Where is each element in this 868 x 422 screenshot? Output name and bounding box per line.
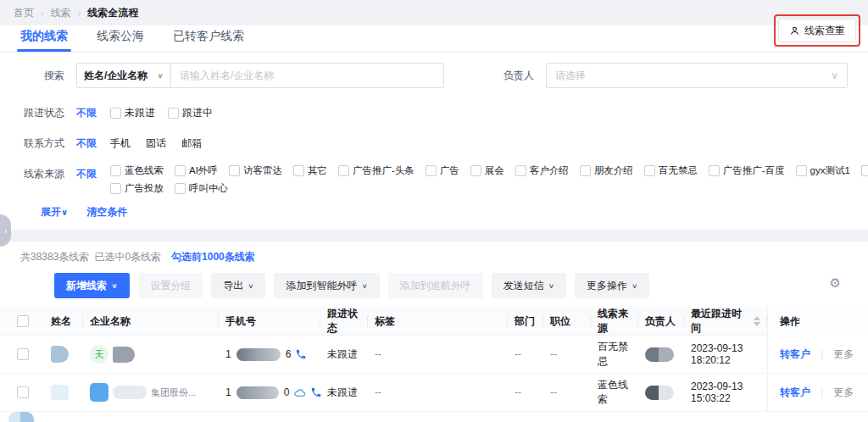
contact-option-mobile[interactable]: 手机 — [110, 134, 131, 153]
add-to-smart-call-button[interactable]: 添加到智能外呼∨ — [274, 273, 379, 298]
phone-call-icon[interactable] — [295, 348, 307, 360]
checkbox[interactable] — [168, 108, 179, 119]
source-option[interactable]: 广告投放 — [110, 182, 164, 195]
set-group-button[interactable]: 设置分组 — [138, 273, 203, 298]
follow-status-option-following[interactable]: 跟进中 — [168, 103, 213, 122]
follow-status-all-option[interactable]: 不限 — [76, 103, 97, 122]
source-option[interactable]: 访客雷达 — [229, 164, 282, 177]
source-option[interactable]: 呼叫中心 — [175, 182, 228, 195]
checkbox[interactable] — [110, 165, 121, 176]
checkbox[interactable] — [110, 108, 121, 119]
source-option[interactable]: 蓝色线索 — [110, 164, 164, 177]
source-option[interactable]: AI外呼 — [175, 164, 218, 177]
tag-cell: -- — [368, 386, 508, 398]
add-to-cruise-call-button[interactable]: 添加到巡航外呼 — [388, 273, 483, 298]
checkbox[interactable] — [229, 165, 240, 176]
checkbox[interactable] — [110, 183, 121, 194]
table-row[interactable]: 天 1 6 未跟进 -- -- -- 百无禁忌 2023-09-13 18:20… — [0, 336, 868, 374]
search-type-value: 姓名/企业名称 — [84, 69, 147, 83]
checkbox[interactable] — [709, 165, 720, 176]
convert-customer-link[interactable]: 转客户 — [780, 347, 810, 362]
checkbox[interactable] — [796, 165, 807, 176]
col-header-actions: 操作 — [767, 307, 868, 336]
censored-name — [51, 346, 69, 363]
censored-owner — [645, 347, 674, 362]
clear-filters-link[interactable]: 清空条件 — [86, 205, 127, 219]
search-type-select[interactable]: 姓名/企业名称 ∨ — [76, 63, 171, 88]
lead-source-all-option[interactable]: 不限 — [76, 164, 97, 183]
expand-toggle[interactable]: 展开∨ — [41, 205, 68, 219]
censored-name — [51, 385, 69, 400]
tab-my-leads[interactable]: 我的线索 — [20, 29, 68, 52]
source-cell: 蓝色线索 — [591, 378, 638, 407]
checkbox[interactable] — [515, 165, 526, 176]
stats-bar: 共38383条线索 已选中0条线索 勾选前1000条线索 — [0, 242, 868, 271]
contact-option-email[interactable]: 邮箱 — [181, 134, 202, 153]
breadcrumb: 首页 › 线索 › 线索全流程 — [0, 0, 868, 25]
breadcrumb-home[interactable]: 首页 — [14, 6, 34, 20]
contact-option-landline[interactable]: 固话 — [146, 134, 166, 153]
tab-converted-leads[interactable]: 已转客户线索 — [173, 29, 244, 52]
checkbox[interactable] — [426, 165, 437, 176]
source-option[interactable]: 其它 — [293, 164, 327, 177]
sort-icon[interactable] — [754, 316, 760, 326]
checkbox[interactable] — [644, 165, 655, 176]
owner-select-placeholder: 请选择 — [555, 69, 586, 83]
send-sms-button[interactable]: 发送短信∨ — [492, 273, 566, 298]
source-option[interactable]: gyx测试1 — [796, 164, 850, 177]
col-header-title: 职位 — [543, 314, 591, 329]
cloud-call-icon[interactable] — [293, 386, 306, 399]
tab-public-leads[interactable]: 线索公海 — [97, 29, 144, 52]
source-option[interactable]: 广告 — [426, 164, 459, 177]
search-input[interactable] — [171, 63, 444, 88]
lead-source-label: 线索来源 — [20, 164, 64, 183]
source-option[interactable]: 展会 — [470, 164, 504, 177]
add-lead-button[interactable]: 新增线索∨ — [54, 273, 130, 298]
select-all-checkbox[interactable] — [17, 315, 29, 327]
checkbox[interactable] — [580, 165, 591, 176]
col-header-dept: 部门 — [508, 314, 543, 329]
chevron-down-icon: ∨ — [548, 282, 554, 290]
follow-status-option-not-followed[interactable]: 未跟进 — [110, 103, 155, 122]
more-actions-button[interactable]: 更多操作∨ — [575, 273, 649, 298]
select-first-1000-link[interactable]: 勾选前1000条线索 — [171, 250, 255, 264]
dept-cell: -- — [508, 386, 543, 398]
source-option[interactable]: 百无禁忌 — [644, 164, 698, 177]
source-option[interactable]: 客户介绍 — [515, 164, 569, 177]
owner-select[interactable]: 请选择 ∨ — [546, 63, 848, 88]
chevron-down-icon: ∨ — [831, 69, 838, 81]
search-input-group: 姓名/企业名称 ∨ — [76, 63, 444, 88]
checkbox[interactable] — [293, 165, 304, 176]
checkbox[interactable] — [175, 165, 186, 176]
checkbox[interactable] — [338, 165, 349, 176]
source-option[interactable]: 朋友介绍 — [580, 164, 633, 177]
chevron-down-icon: ∨ — [632, 282, 637, 290]
breadcrumb-section[interactable]: 线索 — [51, 6, 71, 20]
column-settings-gear-icon[interactable]: ⚙ — [830, 276, 841, 289]
breadcrumb-separator-icon: › — [41, 8, 44, 18]
lead-source-options-line2: 广告投放 呼叫中心 — [110, 182, 868, 195]
company-avatar: 天 — [90, 345, 108, 364]
lead-dedupe-button[interactable]: 线索查重 — [778, 19, 856, 42]
convert-customer-link[interactable]: 转客户 — [780, 386, 810, 400]
censored-phone — [236, 348, 281, 361]
table-row[interactable]: 集团股份... 1 0 未跟进 -- -- -- 蓝色线索 2023-09-13… — [0, 374, 868, 412]
more-link[interactable]: 更多 — [833, 386, 854, 400]
table-row[interactable]: 高 高 .烟花... 178 3 未跟进 -- -- -- 百无禁忌 — [0, 412, 868, 422]
source-option[interactable]: 广告推广-头条 — [338, 164, 415, 177]
checkbox[interactable] — [175, 183, 186, 194]
checkbox[interactable] — [470, 165, 481, 176]
contact-all-option[interactable]: 不限 — [76, 134, 97, 153]
export-button[interactable]: 导出∨ — [211, 273, 265, 298]
toolbar: 新增线索∨ 设置分组 导出∨ 添加到智能外呼∨ 添加到巡航外呼 发送短信∨ 更多… — [0, 271, 868, 307]
source-option[interactable]: 广告推广-百度 — [709, 164, 785, 177]
follow-status-cell: 未跟进 — [320, 386, 368, 400]
row-checkbox[interactable] — [17, 386, 29, 398]
checkbox[interactable] — [861, 165, 868, 176]
tag-cell: -- — [368, 348, 508, 360]
source-option[interactable]: 注册老会员 — [861, 164, 868, 177]
row-checkbox[interactable] — [17, 348, 29, 360]
source-cell: 百无禁忌 — [591, 340, 638, 369]
more-link[interactable]: 更多 — [833, 347, 854, 362]
phone-prefix: 1 — [225, 348, 231, 360]
